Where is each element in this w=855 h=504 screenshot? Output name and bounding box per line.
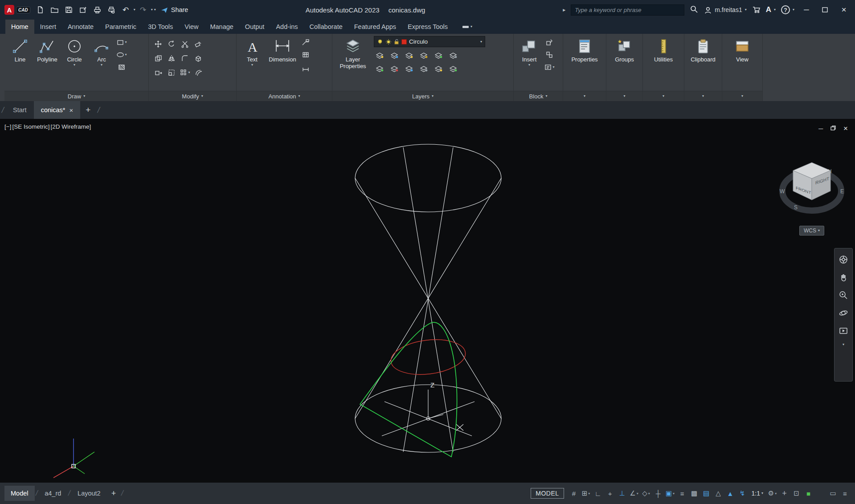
- annotation-visibility-toggle[interactable]: ▲: [725, 488, 736, 500]
- new-layout-button[interactable]: +: [107, 489, 121, 498]
- share-button[interactable]: Share: [160, 6, 188, 13]
- window-close-button[interactable]: ×: [837, 3, 851, 16]
- layout-tab-a4rd[interactable]: a4_rd: [38, 486, 67, 501]
- text-button[interactable]: A Text ▾: [239, 36, 265, 90]
- dimension-button[interactable]: Dimension: [266, 36, 299, 90]
- panel-label-clipboard[interactable]: ▾: [684, 91, 722, 101]
- fillet-tool[interactable]: [179, 53, 191, 64]
- redo-flyout-caret[interactable]: ▾: [151, 8, 153, 12]
- layer-tool[interactable]: [447, 50, 459, 61]
- panel-label-groups[interactable]: ▾: [606, 91, 642, 101]
- move-tool[interactable]: [152, 39, 164, 49]
- layer-tool[interactable]: [389, 50, 400, 61]
- tab-express-tools[interactable]: Express Tools: [402, 20, 454, 34]
- window-minimize-button[interactable]: ─: [800, 3, 813, 16]
- undo-flyout-caret[interactable]: ▾: [134, 8, 135, 12]
- tab-manage[interactable]: Manage: [204, 20, 239, 34]
- object-snap-toggle[interactable]: ▣▾: [665, 488, 676, 500]
- save-as-button[interactable]: [77, 4, 90, 16]
- clipboard-button[interactable]: Clipboard: [687, 36, 719, 90]
- layer-tool[interactable]: [403, 50, 415, 61]
- annotation-autoscale-toggle[interactable]: ↯: [737, 488, 748, 500]
- panel-label-properties[interactable]: ▾: [563, 91, 606, 101]
- redo-button[interactable]: ↷: [137, 4, 150, 16]
- block-editor-tool[interactable]: [544, 49, 555, 60]
- layout-tab-layout2[interactable]: Layout2: [71, 486, 107, 501]
- tab-home[interactable]: Home: [5, 20, 34, 34]
- clean-screen-button[interactable]: ▭: [827, 488, 839, 500]
- autodesk-apps-button[interactable]: A ▾: [766, 5, 776, 14]
- graphics-performance-button[interactable]: ■: [803, 488, 814, 500]
- cart-button[interactable]: [752, 5, 761, 15]
- block-attributes-tool[interactable]: ▾: [544, 62, 555, 73]
- annotation-scale-control[interactable]: 1:1 ▾: [749, 490, 766, 497]
- window-maximize-button[interactable]: [818, 3, 832, 16]
- tab-collaborate[interactable]: Collaborate: [304, 20, 348, 34]
- undo-button[interactable]: ↶: [119, 4, 132, 16]
- create-block-tool[interactable]: [544, 37, 555, 48]
- layer-tool[interactable]: [389, 63, 400, 74]
- layer-dropdown[interactable]: Circulo ▾: [374, 36, 485, 47]
- hatch-tool[interactable]: [116, 62, 127, 73]
- wcs-dropdown[interactable]: WCS ▾: [799, 226, 824, 236]
- offset-tool[interactable]: [192, 67, 204, 78]
- layer-tool[interactable]: [403, 63, 415, 74]
- panel-label-view[interactable]: ▾: [722, 91, 762, 101]
- rotate-tool[interactable]: [166, 39, 177, 49]
- file-tab-start[interactable]: Start: [6, 101, 34, 119]
- signed-in-user[interactable]: m.freitas1 ▾: [704, 6, 746, 14]
- dimension-style-tool[interactable]: [300, 62, 311, 73]
- layout-tab-model[interactable]: Model: [4, 486, 35, 501]
- view-button[interactable]: View: [725, 36, 760, 90]
- polyline-button[interactable]: Polyline: [34, 36, 60, 90]
- showmotion-button[interactable]: [838, 325, 849, 337]
- ortho-mode-toggle[interactable]: ⊥: [617, 488, 628, 500]
- stretch-tool[interactable]: [152, 67, 164, 78]
- viewport-menu-control[interactable]: [−]: [4, 123, 11, 130]
- erase-tool[interactable]: [192, 39, 204, 49]
- mirror-tool[interactable]: [166, 53, 177, 64]
- ribbon-display-toggle[interactable]: ▾: [459, 20, 476, 34]
- ellipse-tool[interactable]: ▾: [116, 49, 127, 60]
- qat-customize-caret[interactable]: ▾: [154, 8, 156, 12]
- search-expand-arrow[interactable]: ▸: [563, 7, 565, 13]
- file-tab-conicas[interactable]: conicas* ×: [34, 101, 81, 119]
- tab-output[interactable]: Output: [239, 20, 270, 34]
- panel-label-layers[interactable]: Layers ▾: [332, 91, 513, 101]
- text-flyout-caret[interactable]: ▾: [251, 63, 253, 67]
- plot-button[interactable]: [91, 4, 104, 16]
- explode-tool[interactable]: [192, 53, 204, 64]
- table-tool[interactable]: [300, 49, 311, 60]
- customization-menu-button[interactable]: ≡: [839, 488, 851, 500]
- object-snap-tracking-toggle[interactable]: ┼: [653, 488, 664, 500]
- infer-constraints-toggle[interactable]: ∟: [593, 488, 604, 500]
- line-button[interactable]: Line: [7, 36, 33, 90]
- grid-display-toggle[interactable]: #: [569, 488, 580, 500]
- search-input[interactable]: [571, 4, 684, 16]
- insert-button[interactable]: Insert ▾: [516, 36, 542, 90]
- viewport-restore-icon[interactable]: [830, 125, 836, 132]
- tab-3d-tools[interactable]: 3D Tools: [142, 20, 179, 34]
- navigation-wheel-button[interactable]: [838, 254, 849, 265]
- leader-tool[interactable]: [300, 37, 311, 48]
- selection-cycling-toggle[interactable]: ▤: [701, 488, 712, 500]
- transparency-toggle[interactable]: ▩: [689, 488, 700, 500]
- autocad-logo[interactable]: A CAD: [3, 5, 34, 15]
- isometric-drafting-toggle[interactable]: ◇▾: [641, 488, 652, 500]
- properties-button[interactable]: Properties: [566, 36, 603, 90]
- layer-properties-button[interactable]: LayerProperties: [335, 36, 371, 90]
- insert-flyout-caret[interactable]: ▾: [528, 63, 530, 67]
- panel-label-annotation[interactable]: Annotation ▾: [237, 91, 332, 101]
- dynamic-ucs-toggle[interactable]: △: [713, 488, 724, 500]
- tab-add-ins[interactable]: Add-ins: [270, 20, 303, 34]
- layer-tool[interactable]: [374, 63, 385, 74]
- new-drawing-tab-button[interactable]: +: [80, 101, 96, 119]
- lineweight-toggle[interactable]: ≡: [677, 488, 688, 500]
- layer-tool[interactable]: [433, 63, 444, 74]
- view-control[interactable]: [SE Isometric]: [12, 123, 49, 130]
- zoom-button[interactable]: [838, 289, 849, 301]
- tab-insert[interactable]: Insert: [34, 20, 62, 34]
- array-tool[interactable]: ▾: [179, 67, 191, 78]
- copy-tool[interactable]: [152, 53, 164, 64]
- snap-mode-toggle[interactable]: ⊞▾: [581, 488, 592, 500]
